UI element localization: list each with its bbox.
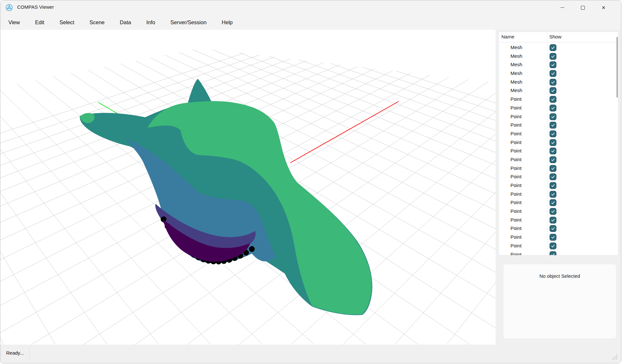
- menu-item-scene[interactable]: Scene: [90, 19, 105, 26]
- table-row[interactable]: Point: [499, 224, 618, 233]
- row-name: Point: [510, 243, 521, 248]
- row-name: Mesh: [510, 88, 522, 93]
- table-row[interactable]: Point: [499, 139, 618, 147]
- show-checkbox[interactable]: [550, 87, 556, 94]
- menu-item-edit[interactable]: Edit: [35, 19, 44, 26]
- row-name: Point: [510, 182, 521, 188]
- menu-item-select[interactable]: Select: [59, 19, 74, 26]
- sidebar: Name Show Mesh Mesh: [496, 30, 621, 345]
- menu-item-server-session[interactable]: Server/Session: [170, 19, 207, 26]
- table-row[interactable]: Point: [499, 251, 618, 256]
- menu-item-info[interactable]: Info: [146, 19, 155, 26]
- show-checkbox[interactable]: [550, 105, 556, 111]
- checkmark-icon: [551, 97, 555, 102]
- object-inspector-panel: No object Selected: [503, 264, 617, 339]
- table-row[interactable]: Mesh: [499, 78, 618, 87]
- table-row[interactable]: Point: [499, 113, 618, 121]
- show-checkbox[interactable]: [550, 130, 556, 137]
- checkmark-icon: [551, 140, 555, 145]
- row-name: Point: [510, 114, 521, 119]
- show-checkbox[interactable]: [550, 79, 556, 86]
- show-checkbox[interactable]: [550, 225, 556, 232]
- menu-item-view[interactable]: View: [8, 19, 20, 26]
- table-row[interactable]: Point: [499, 164, 618, 173]
- checkmark-icon: [551, 183, 555, 188]
- show-checkbox[interactable]: [550, 96, 556, 103]
- status-bar: Ready...: [0, 345, 621, 363]
- checkmark-icon: [551, 114, 555, 119]
- table-row[interactable]: Mesh: [499, 44, 618, 52]
- show-checkbox[interactable]: [550, 53, 556, 60]
- resize-grip[interactable]: [611, 353, 618, 360]
- row-name: Point: [510, 174, 521, 179]
- checkmark-icon: [551, 123, 555, 128]
- checkmark-icon: [551, 174, 555, 179]
- minimize-icon: [561, 7, 564, 8]
- table-row[interactable]: Mesh: [499, 87, 618, 95]
- checkmark-icon: [551, 192, 555, 197]
- app-window: COMPAS Viewer ✕ ViewEditSelectSceneDataI…: [0, 0, 621, 363]
- table-row[interactable]: Mesh: [499, 61, 618, 69]
- show-checkbox[interactable]: [550, 251, 556, 256]
- row-name: Mesh: [510, 79, 522, 85]
- status-separator: [29, 347, 30, 360]
- close-icon: ✕: [602, 5, 606, 10]
- close-button[interactable]: ✕: [593, 0, 614, 15]
- table-row[interactable]: Point: [499, 199, 618, 207]
- row-name: Point: [510, 191, 521, 197]
- table-row[interactable]: Mesh: [499, 69, 618, 78]
- row-name: Point: [510, 225, 521, 231]
- checkmark-icon: [551, 235, 555, 240]
- checkmark-icon: [551, 166, 555, 171]
- show-checkbox[interactable]: [550, 243, 556, 249]
- scrollbar-thumb[interactable]: [617, 37, 618, 98]
- table-row[interactable]: Mesh: [499, 52, 618, 61]
- table-row[interactable]: Point: [499, 182, 618, 190]
- show-checkbox[interactable]: [550, 191, 556, 198]
- show-checkbox[interactable]: [550, 182, 556, 189]
- show-checkbox[interactable]: [550, 148, 556, 154]
- table-row[interactable]: Point: [499, 156, 618, 164]
- row-name: Point: [510, 148, 521, 153]
- table-row[interactable]: Point: [499, 95, 618, 104]
- table-row[interactable]: Point: [499, 173, 618, 182]
- table-row[interactable]: Point: [499, 207, 618, 216]
- menu-item-data[interactable]: Data: [120, 19, 131, 26]
- table-row[interactable]: Point: [499, 147, 618, 156]
- show-checkbox[interactable]: [550, 173, 556, 180]
- maximize-button[interactable]: [573, 0, 593, 15]
- checkmark-icon: [551, 218, 555, 223]
- title-bar: COMPAS Viewer ✕: [0, 0, 621, 15]
- table-row[interactable]: Point: [499, 242, 618, 251]
- table-row[interactable]: Point: [499, 216, 618, 225]
- compas-logo-icon: [5, 4, 13, 11]
- show-checkbox[interactable]: [550, 70, 556, 77]
- show-checkbox[interactable]: [550, 199, 556, 206]
- table-row[interactable]: Point: [499, 190, 618, 199]
- table-row[interactable]: Point: [499, 130, 618, 139]
- show-checkbox[interactable]: [550, 156, 556, 163]
- show-checkbox[interactable]: [550, 208, 556, 215]
- show-column-header: Show: [549, 34, 562, 39]
- row-name: Point: [510, 165, 521, 171]
- show-checkbox[interactable]: [550, 122, 556, 129]
- menu-item-help[interactable]: Help: [222, 19, 233, 26]
- table-row[interactable]: Point: [499, 121, 618, 130]
- table-row[interactable]: Point: [499, 104, 618, 113]
- checkmark-icon: [551, 54, 555, 59]
- checkmark-icon: [551, 200, 555, 205]
- table-row[interactable]: Point: [499, 233, 618, 242]
- row-name: Mesh: [510, 45, 522, 50]
- show-checkbox[interactable]: [550, 165, 556, 172]
- checkmark-icon: [551, 209, 555, 214]
- show-checkbox[interactable]: [550, 217, 556, 224]
- show-checkbox[interactable]: [550, 44, 556, 51]
- viewport-3d[interactable]: [0, 30, 496, 345]
- show-checkbox[interactable]: [550, 113, 556, 120]
- show-checkbox[interactable]: [550, 139, 556, 146]
- show-checkbox[interactable]: [550, 61, 556, 68]
- show-checkbox[interactable]: [550, 234, 556, 241]
- mesh-object[interactable]: [80, 79, 372, 315]
- minimize-button[interactable]: [552, 0, 573, 15]
- checkmark-icon: [551, 252, 555, 256]
